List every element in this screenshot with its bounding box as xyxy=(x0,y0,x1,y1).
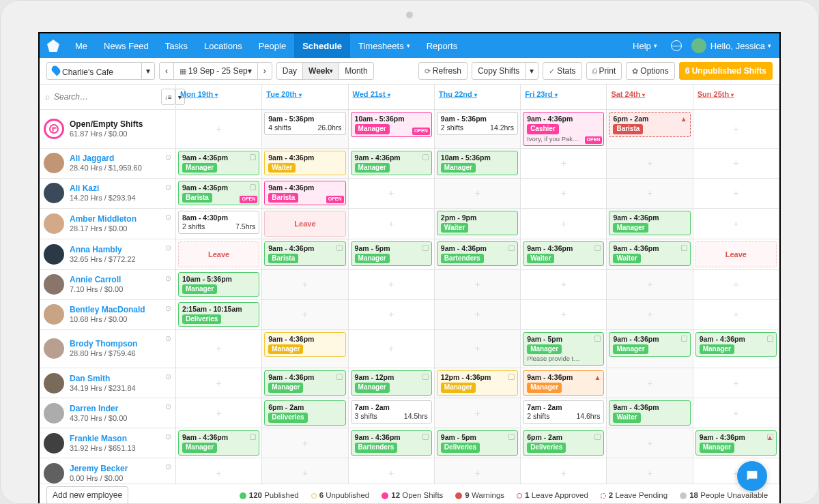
nav-schedule[interactable]: Schedule xyxy=(294,33,350,58)
schedule-cell[interactable]: 10am - 5:36pmManager xyxy=(435,149,521,178)
shift-card[interactable]: 6pm - 2amDeliveries xyxy=(523,430,604,456)
shift-card[interactable]: 9am - 4:36pmCashierIvory, if you Pak…OPE… xyxy=(523,112,604,146)
schedule-cell[interactable]: 9am - 5pmManager xyxy=(349,239,435,269)
search-input[interactable] xyxy=(54,92,157,102)
schedule-cell[interactable] xyxy=(521,270,607,299)
employee-cell[interactable]: Ali Kazi14.20 Hrs / $293.94⊙ xyxy=(40,179,176,208)
view-month-button[interactable]: Month xyxy=(339,62,373,80)
next-button[interactable]: › xyxy=(257,62,272,80)
schedule-cell[interactable]: 9am - 4:36pmWaiter xyxy=(262,149,348,178)
globe-icon[interactable] xyxy=(671,40,682,51)
employee-menu-icon[interactable]: ⊙ xyxy=(165,432,171,441)
employee-menu-icon[interactable]: ⊙ xyxy=(165,274,171,283)
schedule-cell[interactable] xyxy=(693,270,779,299)
copy-shifts-button[interactable]: Copy Shifts xyxy=(472,62,526,80)
schedule-cell[interactable] xyxy=(607,428,693,458)
shift-card[interactable]: 9am - 5pmManager xyxy=(351,241,432,267)
schedule-cell[interactable]: 2:15am - 10:15amDeliveries xyxy=(176,300,262,329)
day-header[interactable]: Tue 20th ▾ xyxy=(262,85,348,109)
shift-card[interactable]: 10am - 5:36pmManagerOPEN xyxy=(351,112,432,137)
employee-menu-icon[interactable]: ⊙ xyxy=(165,372,171,381)
employee-menu-icon[interactable]: ⊙ xyxy=(165,243,171,252)
schedule-cell[interactable] xyxy=(693,179,779,208)
schedule-cell[interactable]: 8am - 4:30pm2 shifts 7.5hrs xyxy=(176,209,262,239)
schedule-cell[interactable] xyxy=(349,458,435,484)
schedule-cell[interactable] xyxy=(607,179,693,208)
nav-me[interactable]: Me xyxy=(67,33,96,58)
schedule-cell[interactable] xyxy=(693,398,779,428)
schedule-cell[interactable]: 6pm - 2amDeliveries xyxy=(262,398,348,428)
schedule-cell[interactable]: 9am - 4:36pmBartenders xyxy=(349,428,435,458)
shift-card[interactable]: 9am - 5pmManagerPlease provide t… xyxy=(523,332,604,366)
schedule-cell[interactable] xyxy=(607,270,693,299)
schedule-cell[interactable]: 9am - 4:36pmManager xyxy=(607,330,693,368)
shift-card[interactable]: 9am - 5pmDeliveries xyxy=(437,430,518,456)
schedule-cell[interactable] xyxy=(349,330,435,368)
employee-menu-icon[interactable]: ⊙ xyxy=(165,402,171,411)
schedule-cell[interactable] xyxy=(349,300,435,329)
schedule-cell[interactable]: 9am - 5pmDeliveries xyxy=(435,428,521,458)
schedule-cell[interactable]: 9am - 4:36pmManager xyxy=(349,149,435,178)
refresh-button[interactable]: ⟳Refresh xyxy=(418,62,468,80)
shift-card[interactable]: 9am - 4:36pmManager xyxy=(264,370,345,396)
schedule-cell[interactable] xyxy=(693,149,779,178)
employee-cell[interactable]: Open/Empty Shifts61.87 Hrs / $0.00 xyxy=(40,110,176,148)
schedule-cell[interactable] xyxy=(435,330,521,368)
schedule-cell[interactable]: 9am - 4:36pmManager xyxy=(176,149,262,178)
user-greeting[interactable]: Hello, Jessica▾ xyxy=(710,33,779,58)
schedule-cell[interactable]: 9am - 4:36pmBartenders xyxy=(435,239,521,269)
shift-card[interactable]: 12pm - 4:36pmManager xyxy=(437,370,518,396)
shift-card[interactable]: 9am - 4:36pmManager xyxy=(609,211,690,236)
schedule-cell[interactable] xyxy=(607,368,693,398)
shift-card[interactable]: 9am - 4:36pmManager▲ xyxy=(695,430,777,456)
schedule-cell[interactable] xyxy=(521,149,607,178)
employee-cell[interactable]: Jeremy Becker0.00 Hrs / $0.00⊙ xyxy=(40,458,176,484)
shift-card[interactable]: 6pm - 2amBarista▲ xyxy=(609,112,690,137)
employee-cell[interactable]: Ali Jaggard28.40 Hrs / $1,959.60⊙ xyxy=(40,149,176,178)
shift-card[interactable]: 9am - 4:36pmBartenders xyxy=(437,241,518,267)
shift-summary[interactable]: 7am - 2am3 shifts 14.5hrs xyxy=(351,400,432,424)
day-header[interactable]: Wed 21st ▾ xyxy=(349,85,435,109)
leave-block[interactable]: Leave xyxy=(178,241,259,267)
options-button[interactable]: ✿Options xyxy=(626,62,674,80)
schedule-cell[interactable]: 9am - 4:36pmCashierIvory, if you Pak…OPE… xyxy=(521,110,607,148)
schedule-cell[interactable]: 9am - 4:36pmManager xyxy=(262,368,348,398)
schedule-cell[interactable]: 9am - 4:36pmBaristaOPEN xyxy=(262,179,348,208)
shift-card[interactable]: 9am - 4:36pmBaristaOPEN xyxy=(264,181,345,206)
schedule-cell[interactable] xyxy=(607,149,693,178)
schedule-cell[interactable]: Leave xyxy=(693,239,779,269)
schedule-cell[interactable] xyxy=(693,110,779,148)
shift-card[interactable]: 9am - 12pmManager xyxy=(351,370,432,396)
shift-card[interactable]: 9am - 4:36pmManager xyxy=(609,332,690,357)
schedule-cell[interactable] xyxy=(607,458,693,484)
employee-cell[interactable]: Amber Middleton28.17 Hrs / $0.00⊙ xyxy=(40,209,176,239)
shift-card[interactable]: 2:15am - 10:15amDeliveries xyxy=(178,302,259,327)
user-avatar[interactable] xyxy=(691,38,706,53)
employee-cell[interactable]: Annie Carroll7.10 Hrs / $0.00⊙ xyxy=(40,270,176,299)
chat-launcher[interactable] xyxy=(737,461,767,491)
shift-card[interactable]: 9am - 4:36pmWaiter xyxy=(609,400,690,426)
schedule-cell[interactable]: 7am - 2am2 shifts 14.6hrs xyxy=(521,398,607,428)
schedule-cell[interactable] xyxy=(262,270,348,299)
schedule-cell[interactable]: 6pm - 2amDeliveries xyxy=(521,428,607,458)
schedule-cell[interactable] xyxy=(607,300,693,329)
schedule-cell[interactable] xyxy=(435,300,521,329)
employee-cell[interactable]: Bentley MacDonald10.68 Hrs / $0.00⊙ xyxy=(40,300,176,329)
day-header[interactable]: Mon 19th ▾ xyxy=(176,85,262,109)
nav-reports[interactable]: Reports xyxy=(418,33,466,58)
copy-shifts-dropdown[interactable]: ▾ xyxy=(525,62,538,80)
nav-locations[interactable]: Locations xyxy=(196,33,250,58)
shift-card[interactable]: 6pm - 2amDeliveries xyxy=(264,400,345,426)
schedule-cell[interactable] xyxy=(262,300,348,329)
employee-cell[interactable]: Darren Inder43.70 Hrs / $0.00⊙ xyxy=(40,398,176,428)
schedule-cell[interactable]: 9am - 4:36pmWaiter xyxy=(607,398,693,428)
schedule-cell[interactable] xyxy=(693,368,779,398)
schedule-cell[interactable]: Leave xyxy=(176,239,262,269)
schedule-cell[interactable] xyxy=(176,368,262,398)
schedule-cell[interactable]: 9am - 4:36pmManager xyxy=(607,209,693,239)
print-button[interactable]: ⎙Print xyxy=(586,62,622,80)
shift-summary[interactable]: 9am - 5:36pm2 shifts 14.2hrs xyxy=(437,112,518,135)
schedule-cell[interactable]: 9am - 4:36pmBarista xyxy=(262,239,348,269)
shift-card[interactable]: 9am - 4:36pmManager xyxy=(264,332,345,357)
employee-menu-icon[interactable]: ⊙ xyxy=(165,183,171,192)
